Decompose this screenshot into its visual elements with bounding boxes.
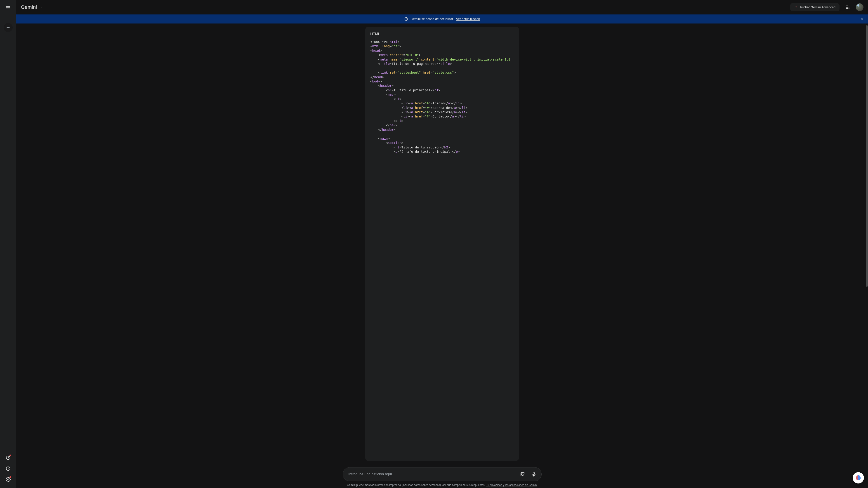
card-fade — [365, 443, 519, 461]
code-block: <!DOCTYPE html> <html lang="es"> <head> … — [365, 40, 519, 163]
svg-point-12 — [847, 7, 848, 7]
notification-dot — [9, 476, 11, 478]
apps-grid-icon — [845, 5, 850, 9]
image-upload-button[interactable] — [518, 469, 528, 480]
avatar[interactable] — [856, 3, 864, 11]
svg-point-10 — [848, 6, 849, 6]
help-button[interactable] — [4, 453, 13, 462]
svg-point-13 — [848, 7, 849, 7]
svg-point-14 — [846, 8, 847, 9]
input-bar — [343, 467, 541, 481]
prompt-input[interactable] — [348, 472, 518, 476]
activity-button[interactable] — [4, 464, 13, 473]
apps-button[interactable] — [843, 3, 852, 12]
advanced-label: Probar Gemini Advanced — [800, 5, 835, 9]
check-badge-icon — [404, 17, 408, 21]
banner-link[interactable]: Ver actualización — [456, 17, 480, 21]
svg-point-9 — [847, 6, 848, 6]
svg-point-11 — [846, 7, 847, 7]
header: Gemini Probar Gemini Advanced — [16, 0, 868, 14]
svg-point-16 — [848, 8, 849, 9]
svg-point-15 — [847, 8, 848, 9]
caret-down-icon — [40, 6, 43, 8]
notification-dot — [9, 455, 11, 456]
card-title: HTML — [365, 32, 519, 40]
svg-rect-24 — [533, 472, 534, 475]
update-banner: Gemini se acaba de actualizar. Ver actua… — [16, 14, 868, 24]
sidebar — [0, 0, 16, 488]
advanced-button[interactable]: Probar Gemini Advanced — [790, 3, 839, 11]
code-card: HTML 1 2 <!DOCTYPE html> <html lang="es"… — [365, 27, 519, 461]
disclaimer: Gemini puede mostrar información impreci… — [16, 484, 868, 487]
sparkle-icon — [794, 5, 798, 9]
banner-close-button[interactable] — [859, 16, 865, 22]
menu-button[interactable] — [4, 3, 13, 12]
disclaimer-text: Gemini puede mostrar información impreci… — [347, 484, 486, 487]
scrollbar[interactable] — [866, 25, 868, 461]
svg-point-8 — [846, 6, 847, 6]
svg-point-7 — [7, 479, 9, 480]
microphone-icon — [531, 471, 536, 477]
brand-dropdown[interactable] — [40, 6, 43, 8]
banner-text: Gemini se acaba de actualizar. — [410, 17, 454, 21]
svg-point-21 — [522, 474, 522, 474]
history-icon — [6, 466, 11, 471]
mic-button[interactable] — [528, 469, 539, 480]
plus-icon — [6, 25, 11, 30]
main-area: Gemini Probar Gemini Advanced Gemini se … — [16, 0, 868, 488]
hamburger-icon — [6, 5, 11, 10]
new-chat-button[interactable] — [4, 23, 13, 32]
content: HTML 1 2 <!DOCTYPE html> <html lang="es"… — [16, 24, 868, 488]
scrollbar-thumb[interactable] — [866, 25, 868, 287]
brand-title[interactable]: Gemini — [21, 4, 37, 10]
brain-icon — [855, 475, 862, 481]
svg-point-17 — [405, 18, 408, 21]
settings-button[interactable] — [4, 475, 13, 484]
assistant-fab[interactable] — [852, 472, 864, 484]
disclaimer-link[interactable]: Tu privacidad y las aplicaciones de Gemi… — [486, 484, 537, 487]
image-plus-icon — [520, 471, 526, 477]
close-icon — [860, 17, 864, 21]
